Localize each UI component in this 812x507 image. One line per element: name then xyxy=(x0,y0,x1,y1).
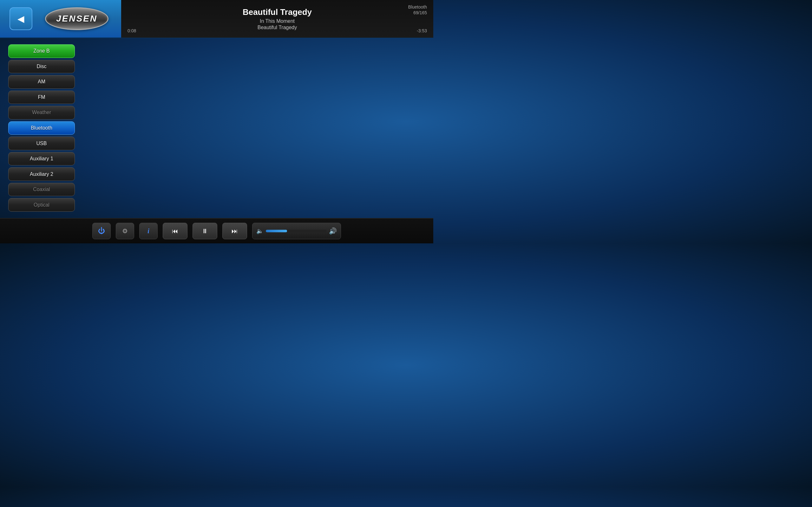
source-label: Auxiliary 2 xyxy=(30,171,53,177)
source-btn-usb[interactable]: USB xyxy=(8,136,75,150)
volume-max-icon: 🔊 xyxy=(329,227,337,235)
source-label: Coaxial xyxy=(33,187,50,192)
time-elapsed: 0:08 xyxy=(128,28,136,33)
fast-forward-icon: ⏭ xyxy=(232,228,238,235)
source-btn-zone-b[interactable]: Zone B xyxy=(8,44,75,58)
brand-logo: JENSEN xyxy=(45,7,108,30)
volume-min-icon: 🔈 xyxy=(256,228,263,234)
play-pause-button[interactable]: ⏸ xyxy=(193,223,217,239)
source-label: Zone B xyxy=(33,48,50,54)
settings-icon: ⚙ xyxy=(122,227,128,235)
track-album: Beautiful Tragedy xyxy=(128,25,427,31)
source-btn-auxiliary-2[interactable]: Auxiliary 2 xyxy=(8,167,75,181)
back-icon: ◀ xyxy=(17,14,24,24)
source-btn-disc[interactable]: Disc xyxy=(8,60,75,73)
source-btn-fm[interactable]: FM xyxy=(8,91,75,104)
volume-fill xyxy=(266,230,287,232)
logo-area: JENSEN xyxy=(45,7,108,30)
source-btn-optical[interactable]: Optical xyxy=(8,198,75,212)
settings-button[interactable]: ⚙ xyxy=(116,223,134,239)
source-label: Bluetooth xyxy=(31,125,52,131)
source-btn-am[interactable]: AM xyxy=(8,75,75,89)
back-button[interactable]: ◀ xyxy=(9,7,32,30)
source-btn-weather[interactable]: Weather xyxy=(8,106,75,119)
brand-name: JENSEN xyxy=(56,14,97,24)
power-icon: ⏻ xyxy=(98,227,105,235)
source-btn-auxiliary-1[interactable]: Auxiliary 1 xyxy=(8,152,75,166)
source-label: Auxiliary 1 xyxy=(30,156,53,162)
source-btn-coaxial[interactable]: Coaxial xyxy=(8,183,75,196)
track-artist: In This Moment xyxy=(128,18,427,24)
power-button[interactable]: ⏻ xyxy=(92,223,111,239)
main-content: Zone BDiscAMFMWeatherBluetoothUSBAuxilia… xyxy=(0,38,433,218)
source-label: FM xyxy=(38,95,45,100)
source-btn-bluetooth[interactable]: Bluetooth xyxy=(8,121,75,135)
source-label: Optical xyxy=(34,202,49,208)
volume-control[interactable]: 🔈 🔊 xyxy=(252,223,341,239)
time-remaining: -3:53 xyxy=(417,28,427,33)
rewind-button[interactable]: ⏮ xyxy=(163,223,188,239)
play-pause-icon: ⏸ xyxy=(202,228,208,235)
info-button[interactable]: i xyxy=(139,223,158,239)
source-label: Disc xyxy=(37,64,46,69)
source-label: AM xyxy=(38,79,45,84)
fast-forward-button[interactable]: ⏭ xyxy=(222,223,247,239)
now-playing-panel: Bluetooth 69/165 Beautiful Tragedy In Th… xyxy=(121,0,433,38)
source-label: USB xyxy=(37,141,47,147)
volume-slider[interactable] xyxy=(266,230,326,232)
footer-toolbar: ⏻ ⚙ i ⏮ ⏸ ⏭ 🔈 🔊 xyxy=(0,218,433,243)
track-title: Beautiful Tragedy xyxy=(128,7,427,17)
source-list: Zone BDiscAMFMWeatherBluetoothUSBAuxilia… xyxy=(0,38,83,218)
now-playing-source: Bluetooth 69/165 xyxy=(408,4,427,15)
info-icon: i xyxy=(148,228,149,235)
source-label: Weather xyxy=(32,110,51,115)
rewind-icon: ⏮ xyxy=(172,228,178,235)
header: ◀ JENSEN Bluetooth 69/165 Beautiful Trag… xyxy=(0,0,433,38)
